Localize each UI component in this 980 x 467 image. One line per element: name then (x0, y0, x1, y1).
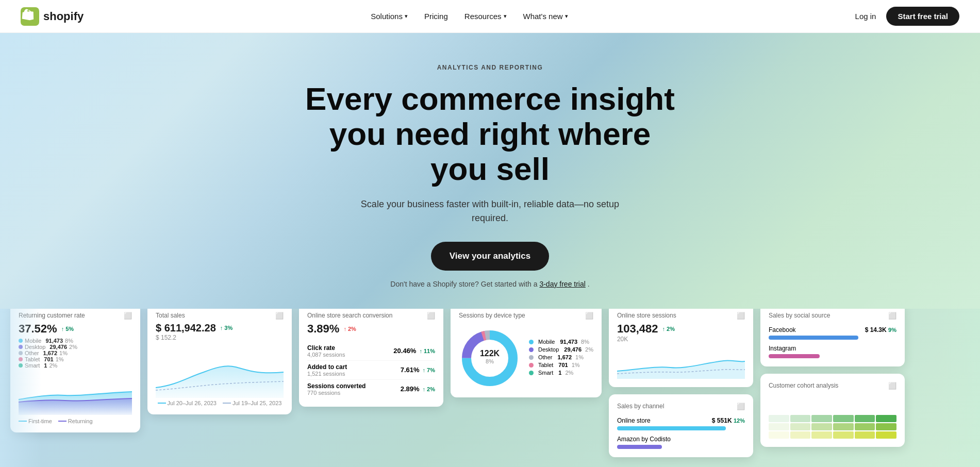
legend-current: Jul 20–Jul 26, 2023 (168, 400, 217, 406)
sales-channel-title: Sales by channel (617, 403, 664, 410)
sales-social-card: Sales by social source ⬜ Facebook $ 14.3… (760, 309, 905, 366)
click-rate-label: Click rate (307, 344, 345, 352)
total-sales-chart (156, 346, 284, 398)
click-rate-badge: ↑ 11% (419, 348, 435, 354)
returning-value-left: 37.52% (19, 322, 57, 336)
nav-solutions[interactable]: Solutions ▾ (371, 12, 408, 21)
returning-customer-title-left: Returning customer rate (19, 312, 85, 319)
added-to-cart-row: Added to cart 1,521 sessions 7.61% ↑ 7% (307, 361, 435, 380)
channel-online-value: $ 551K 12% (712, 417, 745, 424)
sess-conv-label: Sessions converted (307, 382, 366, 390)
sess-conv-sub: 770 sessions (307, 390, 366, 396)
nav-pricing[interactable]: Pricing (424, 12, 448, 21)
donut-chart: 122K 8% (459, 327, 521, 389)
resources-chevron-icon: ▾ (504, 13, 507, 20)
cart-value: 7.61% (401, 366, 420, 374)
start-trial-button[interactable]: Start free trial (886, 7, 959, 26)
cart-sub: 1,521 sessions (307, 371, 347, 377)
total-sales-sub: $ 152.2 (156, 334, 284, 341)
returning-chart-left (19, 374, 132, 415)
sales-social-title: Sales by social source (769, 312, 830, 319)
sessions-device-title: Sessions by device type (459, 312, 525, 319)
shopify-logo-icon (21, 7, 39, 26)
total-sales-value: $ 611,942.28 (156, 322, 216, 334)
free-trial-link[interactable]: 3-day free trial (539, 280, 585, 288)
cards-row: Returning customer rate ⬜ 37.52% ↑ 5% Mo… (0, 309, 980, 467)
online-sessions-title: Online store sessions (617, 312, 676, 319)
online-sess-value: 103,482 (617, 322, 658, 336)
click-rate-value: 20.46% (393, 347, 416, 355)
view-analytics-button[interactable]: View your analytics (431, 242, 549, 271)
returning-badge-left: ↑ 5% (61, 326, 74, 332)
dashboard-cards-wrapper: Returning customer rate ⬜ 37.52% ↑ 5% Mo… (0, 309, 980, 467)
hero-section: ANALYTICS AND REPORTING Every commerce i… (0, 33, 980, 309)
navbar: shopify Solutions ▾ Pricing Resources ▾ … (0, 0, 980, 33)
nav-actions: Log in Start free trial (855, 7, 959, 26)
click-rate-sub: 4,087 sessions (307, 352, 345, 358)
whats-new-chevron-icon: ▾ (565, 13, 568, 20)
channel-amazon-label: Amazon by Codisto (617, 436, 671, 443)
search-conversion-title: Online store search conversion (307, 312, 392, 319)
hero-label: ANALYTICS AND REPORTING (437, 64, 543, 71)
social-fb-value: $ 14.3K 9% (865, 326, 896, 333)
login-link[interactable]: Log in (855, 12, 876, 21)
logo[interactable]: shopify (21, 7, 84, 26)
solutions-chevron-icon: ▾ (405, 13, 408, 20)
online-sess-badge: ↑ 2% (662, 326, 674, 332)
svg-text:122K: 122K (480, 349, 500, 358)
total-sales-card: Total sales ⬜ $ 611,942.28 ↑ 3% $ 152.2 (147, 309, 292, 414)
cohort-title: Customer cohort analysis (769, 382, 838, 389)
sessions-device-export-icon: ⬜ (585, 312, 593, 320)
total-sales-badge: ↑ 3% (220, 325, 232, 331)
returning-customer-card-left: Returning customer rate ⬜ 37.52% ↑ 5% Mo… (10, 309, 140, 432)
channel-online-label: Online store (617, 417, 651, 424)
customer-cohort-card: Customer cohort analysis ⬜ (760, 374, 905, 447)
legend-prev: Jul 19–Jul 25, 2023 (232, 400, 281, 406)
search-conv-badge: ↑ 2% (343, 326, 356, 332)
search-conversion-card: Online store search conversion ⬜ 3.89% ↑… (299, 309, 443, 407)
online-sess-chart (617, 348, 745, 379)
sales-social-export-icon: ⬜ (888, 312, 896, 320)
cart-label: Added to cart (307, 363, 347, 371)
hero-note: Don't have a Shopify store? Get started … (390, 280, 589, 288)
total-sales-export-icon: ⬜ (275, 312, 284, 320)
cohort-export-icon: ⬜ (888, 382, 896, 390)
search-conv-export-icon: ⬜ (427, 312, 435, 320)
hero-subtitle: Scale your business faster with built-in… (346, 197, 635, 225)
sales-chan-export-icon: ⬜ (737, 403, 745, 410)
online-sessions-card: Online store sessions ⬜ 103,482 ↑ 2% 20K (609, 309, 753, 387)
nav-links: Solutions ▾ Pricing Resources ▾ What's n… (371, 12, 568, 21)
sales-by-channel-card: Sales by channel ⬜ Online store $ 551K 1… (609, 394, 753, 457)
nav-resources[interactable]: Resources ▾ (464, 12, 507, 21)
sess-conv-badge: ↑ 2% (423, 386, 435, 392)
online-sess-sub: 20K (617, 336, 745, 343)
total-sales-title: Total sales (156, 312, 185, 319)
social-ig-label: Instagram (769, 345, 796, 352)
nav-whats-new[interactable]: What's new ▾ (523, 12, 568, 21)
hero-title: Every commerce insight you need right wh… (297, 81, 684, 187)
card-export-icon-left: ⬜ (124, 312, 132, 320)
search-conv-value: 3.89% (307, 322, 339, 336)
donut-legend: Mobile91,4738% Desktop29,4762% Other1,67… (529, 339, 593, 377)
logo-text: shopify (43, 10, 84, 23)
sessions-converted-row: Sessions converted 770 sessions 2.89% ↑ … (307, 380, 435, 398)
click-rate-row: Click rate 4,087 sessions 20.46% ↑ 11% (307, 342, 435, 361)
svg-text:8%: 8% (486, 358, 494, 364)
online-sess-export-icon: ⬜ (737, 312, 745, 320)
donut-container: 122K 8% Mobile91,4738% Desktop29,4762% O… (459, 327, 593, 389)
cart-badge: ↑ 7% (423, 367, 435, 373)
sessions-device-card: Sessions by device type ⬜ (451, 309, 602, 397)
sess-conv-value: 2.89% (401, 385, 420, 393)
social-fb-label: Facebook (769, 326, 796, 333)
